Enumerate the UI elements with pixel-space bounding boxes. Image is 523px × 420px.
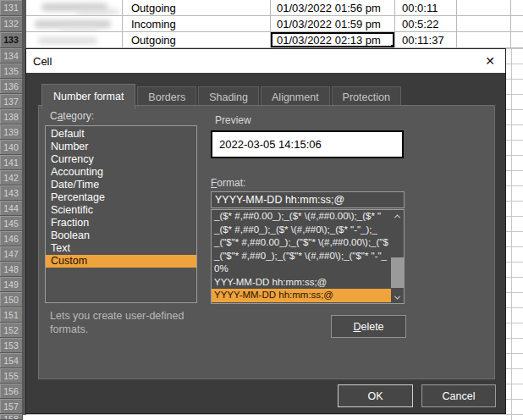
row-header[interactable]: 154 bbox=[0, 353, 23, 368]
preview-box: 2022-03-05 14:15:06 bbox=[211, 130, 404, 158]
row-header[interactable]: 155 bbox=[0, 368, 23, 384]
format-option-selected[interactable]: YYYY-MM-DD hh:mm:ss;@ bbox=[212, 289, 404, 302]
category-description: Lets you create user-defined formats. bbox=[50, 309, 228, 336]
preview-label: Preview bbox=[215, 114, 251, 126]
category-item[interactable]: Accounting bbox=[46, 166, 196, 179]
cell-empty[interactable] bbox=[511, 0, 523, 15]
dialog-titlebar[interactable]: Cell ✕ bbox=[26, 49, 505, 73]
cell-empty[interactable] bbox=[457, 0, 511, 15]
scroll-down-icon[interactable] bbox=[391, 291, 404, 303]
cell-contact-redacted[interactable] bbox=[26, 0, 123, 15]
category-item[interactable]: Scientific bbox=[46, 204, 196, 217]
row-header[interactable]: 142 bbox=[0, 170, 23, 185]
cell-empty[interactable] bbox=[511, 32, 523, 47]
ok-button[interactable]: OK bbox=[338, 384, 413, 407]
category-item[interactable]: Default bbox=[46, 128, 196, 141]
format-option[interactable]: _("$"* #,##0_);_("$"* \(#,##0\);_("$"* "… bbox=[212, 250, 404, 263]
format-label: Format: bbox=[211, 177, 245, 189]
category-item[interactable]: Currency bbox=[46, 153, 196, 166]
cell-duration[interactable]: 00:11:37 bbox=[395, 32, 457, 47]
format-option[interactable]: _("$"* #,##0.00_);_("$"* \(#,##0.00\);_(… bbox=[212, 236, 404, 250]
row-header[interactable]: 136 bbox=[0, 79, 23, 94]
table-row: Outgoing 01/03/2022 01:56 pm 00:0:11 bbox=[26, 0, 523, 16]
category-item-selected[interactable]: Custom bbox=[46, 255, 196, 268]
category-item[interactable]: Fraction bbox=[46, 217, 196, 229]
cell-direction[interactable]: Outgoing bbox=[123, 0, 271, 15]
close-icon[interactable]: ✕ bbox=[480, 52, 500, 70]
row-header[interactable]: 143 bbox=[0, 185, 23, 201]
cell-contact-redacted[interactable] bbox=[26, 32, 123, 47]
format-option[interactable]: 0% bbox=[212, 262, 404, 276]
table-row-selected: Outgoing 01/03/2022 02:13 pm 00:11:37 bbox=[26, 32, 523, 48]
format-input[interactable] bbox=[211, 191, 405, 208]
row-header-column: 131 132 133 134 135 136 137 138 139 140 … bbox=[0, 0, 23, 420]
row-header[interactable]: 145 bbox=[0, 216, 23, 231]
row-header[interactable]: 138 bbox=[0, 109, 23, 124]
row-header[interactable]: 151 bbox=[0, 307, 23, 323]
cell-timestamp[interactable]: 01/03/2022 01:59 pm bbox=[271, 16, 395, 31]
delete-button[interactable]: Delete bbox=[331, 315, 406, 338]
row-header[interactable]: 132 bbox=[0, 16, 23, 32]
redaction-blur bbox=[77, 9, 119, 14]
row-header[interactable]: 144 bbox=[0, 201, 23, 216]
format-option[interactable]: _($* #,##0.00_);_($* \(#,##0.00\);_($* " bbox=[212, 210, 404, 224]
scroll-up-icon[interactable] bbox=[391, 210, 404, 222]
format-listbox[interactable]: _($* #,##0.00_);_($* \(#,##0.00\);_($* "… bbox=[211, 209, 405, 304]
cell-duration[interactable]: 00:5:22 bbox=[395, 16, 457, 31]
category-label: Category: bbox=[50, 110, 94, 122]
redaction-blur bbox=[60, 26, 98, 30]
category-item[interactable]: Boolean bbox=[46, 229, 196, 242]
scrollbar[interactable] bbox=[391, 210, 404, 303]
row-header[interactable]: 135 bbox=[0, 64, 23, 79]
redaction-blur bbox=[38, 37, 97, 44]
row-header[interactable]: 134 bbox=[0, 48, 23, 64]
row-header[interactable]: 147 bbox=[0, 246, 23, 262]
scrollbar-thumb[interactable] bbox=[391, 257, 404, 288]
format-option[interactable]: _($* #,##0_);_($* \(#,##0\);_($* "-"_);_ bbox=[212, 224, 404, 237]
row-header-selected[interactable]: 133 bbox=[0, 32, 23, 48]
spreadsheet-rows: Outgoing 01/03/2022 01:56 pm 00:0:11 Inc… bbox=[26, 0, 523, 48]
dialog-title: Cell bbox=[33, 55, 52, 68]
cell-empty[interactable] bbox=[457, 16, 511, 31]
row-header[interactable]: 150 bbox=[0, 292, 23, 307]
cell-timestamp-selected[interactable]: 01/03/2022 02:13 pm bbox=[271, 32, 395, 47]
row-header[interactable]: 149 bbox=[0, 277, 23, 292]
cell-direction[interactable]: Outgoing bbox=[123, 32, 271, 47]
row-header[interactable]: 156 bbox=[0, 384, 23, 399]
cell-timestamp[interactable]: 01/03/2022 01:56 pm bbox=[271, 0, 395, 15]
category-item[interactable]: Number bbox=[46, 141, 196, 153]
number-format-panel: Category: Default Number Currency Accoun… bbox=[38, 105, 495, 379]
category-item[interactable]: Percentage bbox=[46, 191, 196, 204]
format-option[interactable]: YYY-MM-DD hh:mm:ss;@ bbox=[212, 276, 404, 290]
row-header[interactable]: 158 bbox=[0, 414, 23, 420]
row-header[interactable]: 157 bbox=[0, 399, 23, 414]
row-header[interactable]: 152 bbox=[0, 323, 23, 338]
row-header[interactable]: 153 bbox=[0, 338, 23, 353]
grid-vertical-line bbox=[511, 0, 512, 420]
row-header[interactable]: 141 bbox=[0, 155, 23, 170]
cell-empty[interactable] bbox=[511, 16, 523, 31]
row-header[interactable]: 137 bbox=[0, 94, 23, 109]
category-item[interactable]: Text bbox=[46, 242, 196, 255]
table-row: Incoming 01/03/2022 01:59 pm 00:5:22 bbox=[26, 16, 523, 32]
cell-format-dialog: Cell ✕ Number format Borders Shading Ali… bbox=[25, 48, 506, 414]
cell-direction[interactable]: Incoming bbox=[123, 16, 271, 31]
cell-empty[interactable] bbox=[457, 32, 511, 47]
cell-contact-redacted[interactable] bbox=[26, 16, 123, 31]
row-header[interactable]: 139 bbox=[0, 124, 23, 140]
cancel-button[interactable]: Cancel bbox=[421, 384, 496, 407]
category-listbox[interactable]: Default Number Currency Accounting Date/… bbox=[45, 125, 197, 303]
row-header[interactable]: 146 bbox=[0, 231, 23, 246]
row-header[interactable]: 131 bbox=[0, 0, 23, 16]
selected-cell-value: 01/03/2022 02:13 pm bbox=[277, 34, 381, 47]
category-item[interactable]: Date/Time bbox=[46, 179, 196, 191]
row-header[interactable]: 140 bbox=[0, 140, 23, 155]
tab-number-format[interactable]: Number format bbox=[41, 84, 135, 109]
cell-duration[interactable]: 00:0:11 bbox=[395, 0, 457, 15]
row-header[interactable]: 148 bbox=[0, 262, 23, 277]
